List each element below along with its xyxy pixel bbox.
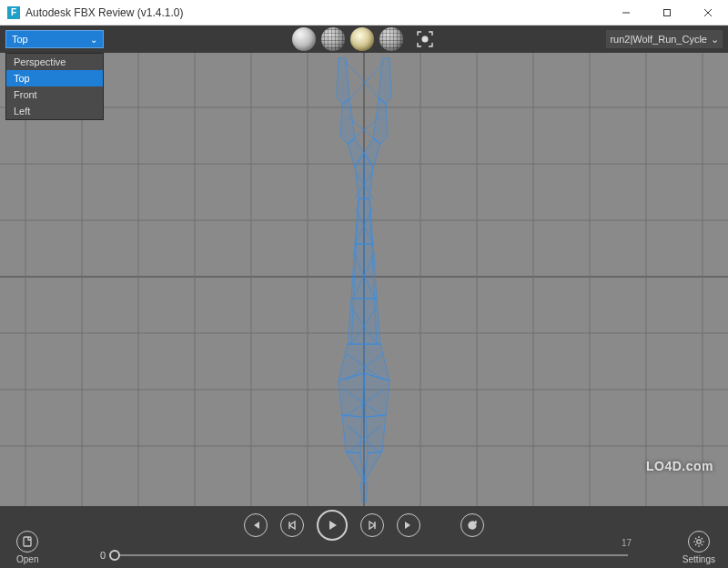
svg-point-65 xyxy=(697,540,701,543)
shading-lighting-button[interactable] xyxy=(350,27,374,51)
shading-mode-group xyxy=(292,27,436,51)
animation-clip-dropdown[interactable]: run2|Wolf_Run_Cycle ⌄ xyxy=(606,30,723,48)
svg-marker-41 xyxy=(364,451,382,482)
settings-group: Settings xyxy=(682,531,715,564)
window-minimize-button[interactable] xyxy=(605,0,646,25)
timeline-thumb[interactable] xyxy=(109,550,120,561)
settings-label: Settings xyxy=(682,554,715,564)
svg-rect-1 xyxy=(663,10,670,16)
playback-bar xyxy=(0,506,728,544)
view-camera-selected: Top xyxy=(12,34,28,45)
shading-wireframe-button[interactable] xyxy=(321,27,345,51)
timeline-group: 0 17 xyxy=(100,550,628,561)
svg-marker-36 xyxy=(339,373,364,417)
window-controls xyxy=(605,0,728,25)
view-option-perspective[interactable]: Perspective xyxy=(6,54,103,70)
loop-button[interactable] xyxy=(460,513,484,537)
wolf-wireframe-mesh xyxy=(282,53,446,506)
svg-marker-37 xyxy=(364,373,389,417)
animation-clip-selected: run2|Wolf_Run_Cycle xyxy=(610,34,707,45)
viewport-3d[interactable]: LO4D.com xyxy=(0,53,728,506)
last-frame-button[interactable] xyxy=(397,513,420,537)
timeline-end-frame: 17 xyxy=(622,538,632,548)
window-close-button[interactable] xyxy=(687,0,728,25)
open-file-button[interactable] xyxy=(16,531,38,553)
shading-textured-button[interactable] xyxy=(379,27,403,51)
open-file-group: Open xyxy=(16,531,38,564)
svg-marker-25 xyxy=(337,58,349,104)
window-maximize-button[interactable] xyxy=(646,0,687,25)
chevron-down-icon: ⌄ xyxy=(90,35,97,45)
settings-button[interactable] xyxy=(688,531,710,553)
first-frame-button[interactable] xyxy=(244,513,268,537)
timeline-current-frame: 0 xyxy=(100,550,106,561)
window-titlebar: F Autodesk FBX Review (v1.4.1.0) xyxy=(0,0,728,25)
next-frame-button[interactable] xyxy=(360,513,384,537)
view-camera-dropdown[interactable]: Top ⌄ xyxy=(5,30,104,48)
prev-frame-button[interactable] xyxy=(280,513,304,537)
view-option-top[interactable]: Top xyxy=(6,70,103,86)
svg-marker-39 xyxy=(366,415,386,453)
svg-marker-26 xyxy=(379,58,391,104)
open-file-label: Open xyxy=(16,554,38,564)
window-title: Autodesk FBX Review (v1.4.1.0) xyxy=(25,6,183,19)
chevron-down-icon: ⌄ xyxy=(711,34,719,46)
view-option-front[interactable]: Front xyxy=(6,86,103,103)
svg-point-4 xyxy=(422,36,429,43)
view-option-left[interactable]: Left xyxy=(6,103,103,119)
timeline-slider[interactable]: 17 xyxy=(115,554,628,556)
play-button[interactable] xyxy=(317,510,348,541)
frame-selection-button[interactable] xyxy=(414,28,436,50)
view-camera-dropdown-list[interactable]: Perspective Top Front Left xyxy=(5,53,104,120)
app-icon: F xyxy=(7,6,20,19)
svg-marker-42 xyxy=(360,482,368,502)
shading-smooth-button[interactable] xyxy=(292,27,316,51)
bottom-bar: Open 0 17 Settings xyxy=(0,544,728,568)
svg-rect-64 xyxy=(24,537,31,546)
top-toolbar: Top ⌄ run2|Wolf_Run_Cycle ⌄ xyxy=(0,25,728,53)
svg-marker-38 xyxy=(342,415,362,453)
svg-marker-40 xyxy=(346,451,364,482)
